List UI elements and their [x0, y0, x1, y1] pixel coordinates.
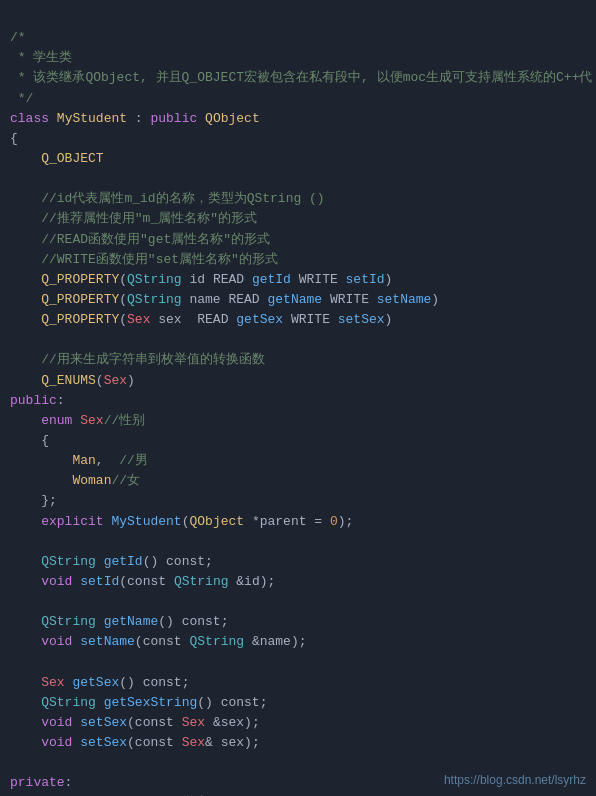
url-label: https://blog.csdn.net/lsyrhz: [444, 771, 586, 790]
code-editor: /* * 学生类 * 该类继承QObject, 并且Q_OBJECT宏被包含在私…: [0, 0, 596, 796]
